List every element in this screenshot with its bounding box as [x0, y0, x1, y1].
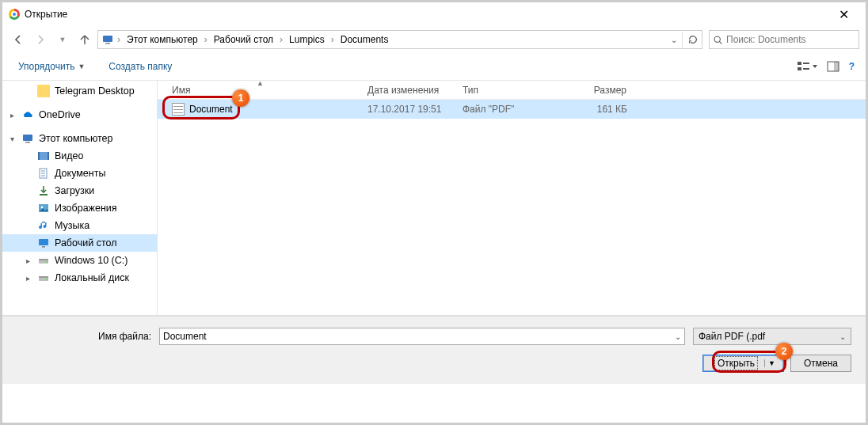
- content-area: Telegram Desktop▸OneDrive▾Этот компьютер…: [2, 80, 866, 315]
- sidebar-item[interactable]: Документы: [2, 165, 157, 182]
- caret-down-icon[interactable]: ▾: [10, 135, 14, 143]
- search-placeholder: Поиск: Documents: [726, 34, 806, 45]
- svg-rect-19: [40, 194, 48, 195]
- file-type-filter[interactable]: Файл PDF (.pdf ⌄: [693, 328, 851, 345]
- svg-rect-22: [39, 239, 48, 245]
- cancel-button[interactable]: Отмена: [790, 355, 851, 372]
- sidebar-item[interactable]: Изображения: [2, 199, 157, 217]
- svg-rect-4: [798, 62, 801, 65]
- recent-dropdown[interactable]: ▼: [53, 30, 72, 49]
- svg-point-21: [41, 207, 44, 209]
- column-name[interactable]: Имя: [158, 85, 360, 96]
- sidebar-item-label: Telegram Desktop: [55, 85, 135, 97]
- chevron-down-icon[interactable]: ⌄: [675, 332, 681, 341]
- file-date: 17.10.2017 19:51: [360, 104, 455, 115]
- svg-line-3: [720, 41, 722, 44]
- file-size: 161 КБ: [565, 104, 653, 115]
- file-type: Файл "PDF": [455, 104, 565, 115]
- sidebar-item[interactable]: Видео: [2, 147, 157, 165]
- up-button[interactable]: [75, 30, 94, 49]
- svg-point-26: [46, 261, 48, 263]
- sidebar-item[interactable]: ▸Windows 10 (C:): [2, 252, 157, 269]
- sidebar-item-label: Windows 10 (C:): [55, 255, 128, 266]
- address-bar[interactable]: › Этот компьютер › Рабочий стол › Lumpic…: [97, 30, 702, 49]
- column-date[interactable]: Дата изменения: [360, 85, 455, 96]
- sidebar-item[interactable]: Рабочий стол: [2, 234, 157, 252]
- file-row[interactable]: Document 17.10.2017 19:51 Файл "PDF" 161…: [158, 100, 866, 119]
- onedrive-icon: [21, 108, 34, 121]
- svg-rect-13: [38, 152, 40, 160]
- svg-rect-28: [39, 276, 48, 278]
- sidebar-item-label: Изображения: [55, 203, 117, 214]
- music-icon: [37, 219, 50, 232]
- open-split-chevron-icon[interactable]: ▼: [764, 359, 775, 367]
- sidebar-item[interactable]: Загрузки: [2, 182, 157, 199]
- chevron-right-icon[interactable]: ›: [203, 34, 209, 45]
- new-folder-button[interactable]: Создать папку: [104, 58, 177, 75]
- search-input[interactable]: Поиск: Documents: [709, 30, 859, 49]
- view-options-icon[interactable]: [797, 60, 817, 73]
- sidebar-item[interactable]: Telegram Desktop: [2, 82, 157, 100]
- search-icon: [713, 35, 723, 45]
- drive-icon: [37, 271, 50, 284]
- sidebar-item-label: Рабочий стол: [55, 237, 116, 249]
- caret-right-icon[interactable]: ▸: [10, 111, 14, 120]
- filename-label: Имя файла:: [17, 331, 151, 342]
- forward-button[interactable]: [31, 30, 50, 49]
- open-button[interactable]: Открыть ▼: [702, 355, 784, 372]
- chevron-right-icon[interactable]: ›: [116, 34, 122, 45]
- sidebar-item-label: OneDrive: [39, 109, 81, 120]
- organize-menu[interactable]: Упорядочить▼: [13, 58, 89, 75]
- title-bar: Открытие ✕: [2, 2, 866, 26]
- desktop-icon: [37, 237, 50, 249]
- filename-input[interactable]: Document ⌄: [159, 328, 685, 345]
- sidebar-item-label: Загрузки: [55, 185, 94, 196]
- column-type[interactable]: Тип: [455, 85, 565, 96]
- preview-pane-icon[interactable]: [827, 60, 839, 73]
- refresh-icon[interactable]: [687, 34, 699, 45]
- chrome-icon: [9, 9, 20, 20]
- toolbar: Упорядочить▼ Создать папку ?: [2, 53, 866, 80]
- drive-icon: [37, 254, 50, 267]
- svg-rect-6: [803, 63, 809, 64]
- chevron-right-icon[interactable]: ›: [278, 34, 284, 45]
- svg-rect-25: [39, 259, 48, 260]
- breadcrumb-item[interactable]: Этот компьютер: [124, 34, 201, 45]
- chevron-right-icon[interactable]: ›: [329, 34, 336, 45]
- sidebar-item[interactable]: Музыка: [2, 217, 157, 234]
- breadcrumb-item[interactable]: Рабочий стол: [211, 34, 276, 45]
- column-headers[interactable]: ▲ Имя Дата изменения Тип Размер: [158, 81, 866, 100]
- downloads-icon: [37, 184, 50, 197]
- sidebar-item[interactable]: ▾Этот компьютер: [2, 130, 157, 147]
- file-pane: ▲ Имя Дата изменения Тип Размер Document…: [157, 81, 866, 315]
- documents-icon: [37, 167, 50, 180]
- svg-rect-0: [103, 36, 112, 42]
- caret-right-icon[interactable]: ▸: [26, 274, 30, 283]
- images-icon: [37, 202, 50, 214]
- svg-point-2: [714, 36, 720, 42]
- sidebar-item[interactable]: ▸Локальный диск: [2, 269, 157, 286]
- sidebar-item-label: Локальный диск: [55, 272, 129, 283]
- caret-right-icon[interactable]: ▸: [26, 256, 30, 265]
- svg-rect-23: [42, 246, 45, 248]
- close-icon[interactable]: ✕: [828, 7, 859, 22]
- breadcrumb-item[interactable]: Documents: [337, 34, 392, 45]
- sidebar-item-label: Этот компьютер: [39, 133, 112, 144]
- chevron-down-icon[interactable]: ⌄: [671, 36, 677, 44]
- help-icon[interactable]: ?: [849, 61, 855, 72]
- sidebar-item-label: Музыка: [55, 220, 89, 231]
- column-size[interactable]: Размер: [565, 85, 653, 96]
- sidebar-item-label: Видео: [55, 150, 84, 161]
- file-icon: [172, 103, 185, 116]
- svg-rect-5: [798, 67, 801, 70]
- chevron-down-icon[interactable]: ⌄: [839, 332, 846, 341]
- sidebar-item[interactable]: ▸OneDrive: [2, 106, 157, 123]
- file-name: Document: [189, 104, 233, 115]
- sidebar-tree[interactable]: Telegram Desktop▸OneDrive▾Этот компьютер…: [2, 81, 157, 315]
- sidebar-item-label: Документы: [55, 168, 105, 179]
- back-button[interactable]: [9, 30, 28, 49]
- breadcrumb-item[interactable]: Lumpics: [286, 34, 328, 45]
- svg-rect-7: [803, 68, 809, 70]
- bottom-bar: Имя файла: Document ⌄ Файл PDF (.pdf ⌄ О…: [2, 316, 866, 384]
- folder-icon: [37, 85, 50, 97]
